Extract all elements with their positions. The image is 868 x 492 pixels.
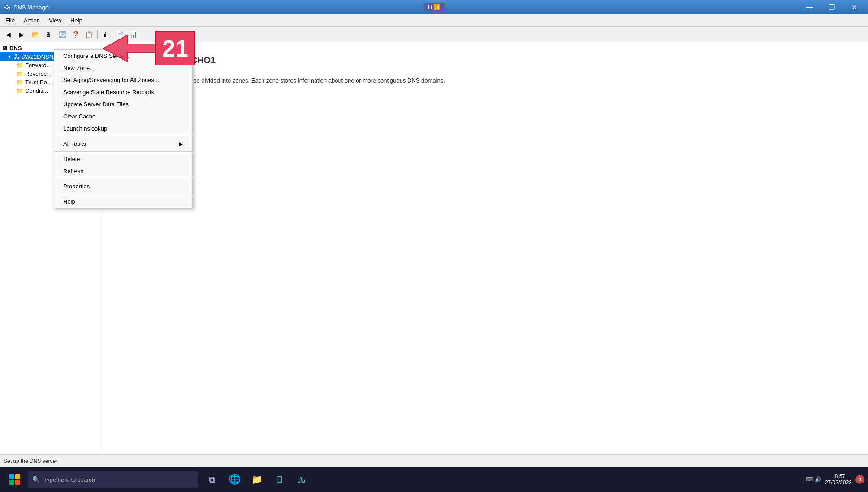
ctx-help[interactable]: Help [54, 196, 192, 208]
title-bar-left: 🖧 DNS Manager [4, 3, 50, 11]
status-text: Set up the DNS server. [4, 458, 59, 464]
dns-app2-icon: 🖧 [297, 475, 306, 485]
ctx-refresh[interactable]: Refresh [54, 165, 192, 177]
taskbar-dns-app2[interactable]: 🖧 [291, 470, 312, 488]
tree-folder-label-0: Forward... [25, 62, 52, 69]
maximize-button[interactable]: ❐ [821, 0, 842, 14]
ctx-set-aging[interactable]: Set Aging/Scavenging for All Zones... [54, 74, 192, 86]
explorer-icon: 📁 [251, 474, 263, 485]
app-title: DNS Manager [13, 4, 50, 11]
folder-icon-0: 📁 [16, 62, 23, 69]
window-controls[interactable]: — ❐ ✕ [799, 0, 864, 14]
dns-app1-icon: 🖥 [275, 475, 284, 485]
toolbar: ◀ ▶ 📂 🖥 🔄 ❓ 📋 🗑 📄 📊 [0, 27, 868, 42]
delete-toolbar-button[interactable]: 🗑 [100, 29, 112, 40]
ctx-configure-dns[interactable]: Configure a DNS Server... [54, 50, 192, 62]
taskbar-search[interactable]: 🔍 Type here to search [28, 471, 198, 488]
clock[interactable]: 18:57 27/02/2023 [825, 473, 852, 486]
edge-icon: 🌐 [229, 474, 241, 485]
folder-icon-2: 📁 [16, 79, 23, 86]
tree-folder-label-2: Trust Po... [25, 79, 52, 86]
menu-help[interactable]: Help [67, 16, 86, 25]
clock-date: 27/02/2023 [825, 479, 852, 486]
tree-root-label: DNS [9, 45, 22, 52]
taskbar-search-icon: 🔍 [32, 476, 40, 483]
refresh-button[interactable]: 🔄 [56, 29, 68, 40]
taskbar-explorer[interactable]: 📁 [246, 470, 267, 488]
ctx-delete[interactable]: Delete [54, 153, 192, 165]
ctx-scavenge[interactable]: Scavenge Stale Resource Records [54, 86, 192, 98]
expand-arrow: ▼ [7, 54, 12, 59]
minimize-button[interactable]: — [799, 0, 820, 14]
taskbar-search-text: Type here to search [43, 476, 95, 483]
windows-logo [9, 474, 20, 485]
taskbar-edge[interactable]: 🌐 [224, 470, 245, 488]
ctx-separator-3 [54, 179, 192, 179]
right-panel: 🖧 SW22DNSNACHO1 s) allows a DNS namespac… [103, 42, 868, 454]
menu-action[interactable]: Action [20, 16, 43, 25]
submenu-arrow: ▶ [179, 140, 183, 147]
toolbar-separator-1 [97, 30, 98, 39]
panel-header: 🖧 SW22DNSNACHO1 [112, 51, 859, 69]
export-button[interactable]: 📋 [82, 29, 95, 40]
taskbar: 🔍 Type here to search ⧉ 🌐 📁 🖥 🖧 ⌨ 🔊 18:5… [0, 467, 868, 492]
close-button[interactable]: ✕ [844, 0, 864, 14]
title-bar-center: H 📶 [423, 3, 445, 11]
menu-bar: File Action View Help [0, 14, 868, 27]
status-bar: Set up the DNS server. [0, 454, 868, 467]
up-button[interactable]: 📂 [29, 29, 41, 40]
clock-time: 18:57 [825, 473, 852, 479]
ctx-update-files[interactable]: Update Server Data Files [54, 98, 192, 110]
ctx-separator-1 [54, 136, 192, 136]
ctx-separator-4 [54, 194, 192, 194]
server-icon: 🖧 [13, 53, 19, 60]
tree-folder-label-3: Conditi... [25, 87, 48, 94]
help-toolbar-button[interactable]: ❓ [69, 29, 82, 40]
show-console[interactable]: 🖥 [42, 29, 55, 40]
task-view-icon: ⧉ [209, 475, 215, 485]
properties-toolbar-button[interactable]: 📄 [113, 29, 126, 40]
ctx-new-zone[interactable]: New Zone... [54, 62, 192, 74]
title-bar-badge: H 📶 [423, 3, 445, 11]
menu-view[interactable]: View [45, 16, 65, 25]
ctx-separator-2 [54, 151, 192, 152]
folder-icon-3: 📁 [16, 87, 23, 94]
taskbar-task-view[interactable]: ⧉ [202, 470, 222, 488]
notification-badge[interactable]: 3 [855, 475, 864, 484]
context-menu: Configure a DNS Server... New Zone... Se… [54, 49, 193, 208]
back-button[interactable]: ◀ [2, 29, 14, 40]
ctx-properties[interactable]: Properties [54, 180, 192, 192]
tree-folder-label-1: Reverse... [25, 70, 52, 77]
taskbar-dns-app1[interactable]: 🖥 [269, 470, 289, 488]
taskbar-system-icons: ⌨ 🔊 [806, 476, 821, 483]
start-button[interactable] [4, 470, 26, 488]
taskbar-apps: ⧉ 🌐 📁 🖥 🖧 [202, 470, 312, 488]
menu-file[interactable]: File [2, 16, 18, 25]
forward-button[interactable]: ▶ [15, 29, 28, 40]
title-bar: 🖧 DNS Manager H 📶 — ❐ ✕ [0, 0, 868, 14]
folder-icon-1: 📁 [16, 70, 23, 77]
view-toolbar-button[interactable]: 📊 [127, 29, 139, 40]
ctx-all-tasks[interactable]: All Tasks ▶ [54, 138, 192, 150]
computer-icon: 🖥 [2, 45, 8, 52]
ctx-clear-cache[interactable]: Clear Cache [54, 110, 192, 122]
app-icon: 🖧 [4, 3, 11, 11]
ctx-launch-nslookup[interactable]: Launch nslookup [54, 122, 192, 135]
taskbar-right: ⌨ 🔊 18:57 27/02/2023 3 [806, 473, 864, 486]
